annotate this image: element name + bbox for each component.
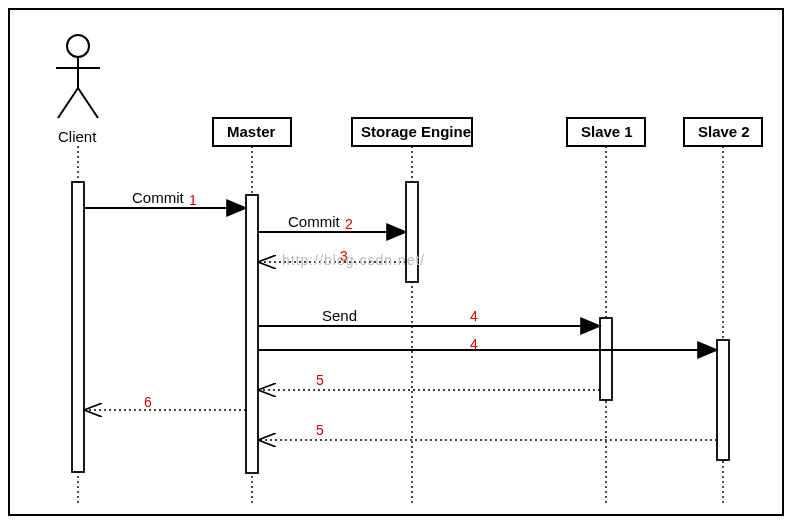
slave2-label: Slave 2 [698,123,750,140]
client-activation [72,182,84,472]
num-1: 1 [189,192,197,208]
num-6: 6 [144,394,152,410]
watermark: http://blog.csdn.net/ [282,252,425,268]
msg-commit2-label: Commit [288,213,340,230]
svg-line-3 [58,88,78,118]
num-5b: 5 [316,422,324,438]
client-label: Client [58,128,96,145]
svg-point-0 [67,35,89,57]
slave2-activation [717,340,729,460]
num-4a: 4 [470,308,478,324]
master-label: Master [227,123,275,140]
num-2: 2 [345,216,353,232]
client-actor [56,35,100,118]
slave1-activation [600,318,612,400]
storage-label: Storage Engine [361,123,471,140]
msg-commit1-label: Commit [132,189,184,206]
svg-line-4 [78,88,98,118]
master-activation [246,195,258,473]
slave1-label: Slave 1 [581,123,633,140]
num-4b: 4 [470,336,478,352]
msg-send-label: Send [322,307,357,324]
num-5a: 5 [316,372,324,388]
